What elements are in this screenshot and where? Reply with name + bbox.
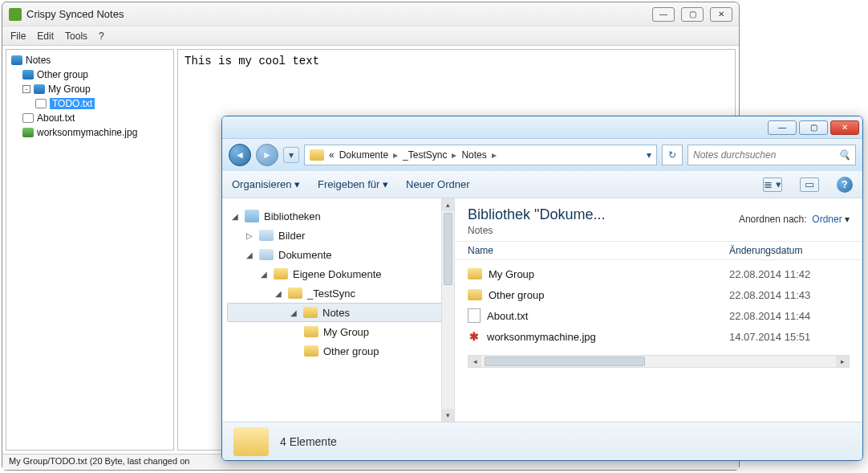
- app-titlebar[interactable]: Crispy Synced Notes — ▢ ✕: [2, 2, 739, 27]
- library-icon: [259, 249, 274, 260]
- chevron-right-icon: ▸: [393, 149, 398, 161]
- new-folder-button[interactable]: Neuer Ordner: [406, 178, 469, 190]
- folder-icon: [468, 268, 482, 279]
- folder-icon: [310, 149, 324, 161]
- breadcrumb-prefix: «: [329, 149, 335, 161]
- nav-pictures[interactable]: ▷Bilder: [227, 226, 449, 245]
- nav-owndocs[interactable]: ◢Eigene Dokumente: [227, 264, 449, 283]
- nav-libraries[interactable]: ◢Bibliotheken: [227, 206, 449, 226]
- tree-scrollbar[interactable]: ▴▾: [441, 198, 454, 422]
- file-list-panel: Bibliothek "Dokume... Notes Anordnen nac…: [455, 198, 862, 422]
- image-icon: [22, 128, 34, 137]
- maximize-button[interactable]: ▢: [681, 7, 704, 22]
- tree-item[interactable]: -My Group: [8, 82, 172, 96]
- folder-icon: [233, 427, 269, 456]
- sort-control[interactable]: Anordnen nach: Ordner ▾: [739, 214, 850, 225]
- folder-icon: [288, 287, 302, 299]
- expand-icon[interactable]: ◢: [232, 212, 240, 221]
- libraries-icon: [245, 210, 259, 222]
- history-dropdown[interactable]: ▾: [283, 147, 299, 163]
- tree-item-selected[interactable]: TODO.txt: [8, 96, 172, 111]
- menubar: File Edit Tools ?: [2, 27, 739, 46]
- column-headers[interactable]: Name Änderungsdatum: [455, 241, 862, 260]
- chevron-right-icon: ▸: [452, 149, 456, 161]
- nav-othergroup[interactable]: Other group: [227, 341, 449, 361]
- file-row[interactable]: About.txt22.08.2014 11:44: [468, 305, 850, 326]
- refresh-button[interactable]: ↻: [662, 145, 683, 165]
- tree-item[interactable]: About.txt: [8, 111, 172, 125]
- expand-icon[interactable]: ◢: [261, 270, 269, 279]
- breadcrumb-segment[interactable]: _TestSync: [403, 149, 447, 161]
- notes-tree[interactable]: Notes Other group -My Group TODO.txt Abo…: [6, 49, 174, 451]
- folder-icon: [11, 55, 22, 65]
- organize-button[interactable]: Organisieren ▾: [232, 178, 300, 190]
- folder-icon: [304, 326, 318, 337]
- dropdown-icon[interactable]: ▾: [647, 149, 651, 161]
- file-row[interactable]: ✱worksonmymachine.jpg14.07.2014 15:51: [468, 326, 850, 347]
- view-options-button[interactable]: ≣ ▾: [763, 177, 782, 192]
- explorer-nav-tree[interactable]: ◢Bibliotheken ▷Bilder ◢Dokumente ◢Eigene…: [222, 198, 455, 422]
- expand-icon[interactable]: ◢: [290, 308, 298, 317]
- help-button[interactable]: ?: [837, 177, 853, 193]
- folder-icon: [34, 84, 45, 94]
- menu-help[interactable]: ?: [99, 31, 104, 42]
- nav-testsync[interactable]: ◢_TestSync: [227, 283, 449, 303]
- search-placeholder: Notes durchsuchen: [693, 149, 776, 161]
- horizontal-scrollbar[interactable]: ◂▸: [468, 355, 850, 368]
- tree-root[interactable]: Notes: [8, 53, 172, 67]
- file-icon: [22, 113, 34, 123]
- library-icon: [259, 230, 274, 241]
- nav-documents[interactable]: ◢Dokumente: [227, 245, 449, 264]
- scroll-down-icon[interactable]: ▾: [442, 409, 454, 422]
- breadcrumb[interactable]: « Dokumente▸ _TestSync▸ Notes▸ ▾: [304, 145, 657, 165]
- share-button[interactable]: Freigeben für ▾: [318, 178, 388, 190]
- tree-item[interactable]: Other group: [8, 67, 172, 82]
- folder-icon: [304, 345, 318, 357]
- minimize-button[interactable]: —: [652, 7, 675, 22]
- chevron-right-icon: ▸: [492, 149, 497, 161]
- minimize-button[interactable]: —: [768, 120, 797, 135]
- menu-tools[interactable]: Tools: [65, 31, 87, 42]
- explorer-titlebar[interactable]: — ▢ ✕: [222, 116, 862, 139]
- file-row[interactable]: Other group22.08.2014 11:43: [468, 284, 850, 305]
- nav-notes-selected[interactable]: ◢Notes: [227, 303, 449, 322]
- search-icon: 🔍: [838, 149, 850, 161]
- breadcrumb-segment[interactable]: Dokumente: [339, 149, 388, 161]
- item-count: 4 Elemente: [280, 435, 337, 448]
- scroll-up-icon[interactable]: ▴: [442, 198, 454, 211]
- expand-icon[interactable]: ◢: [246, 251, 254, 259]
- search-input[interactable]: Notes durchsuchen 🔍: [688, 145, 856, 165]
- scroll-right-icon[interactable]: ▸: [836, 356, 849, 367]
- back-button[interactable]: ◄: [229, 144, 251, 166]
- address-bar: ◄ ► ▾ « Dokumente▸ _TestSync▸ Notes▸ ▾ ↻…: [222, 139, 862, 171]
- folder-icon: [22, 70, 34, 80]
- editor-text: This is my cool text: [185, 55, 319, 67]
- col-name[interactable]: Name: [468, 245, 729, 256]
- folder-icon: [468, 289, 482, 300]
- scroll-left-icon[interactable]: ◂: [468, 356, 481, 367]
- collapse-icon[interactable]: -: [22, 85, 30, 93]
- close-button[interactable]: ✕: [830, 120, 859, 135]
- file-row[interactable]: My Group22.08.2014 11:42: [468, 263, 850, 284]
- tree-item[interactable]: worksonmymachine.jpg: [8, 125, 172, 140]
- menu-file[interactable]: File: [10, 31, 26, 42]
- explorer-window: — ▢ ✕ ◄ ► ▾ « Dokumente▸ _TestSync▸ Note…: [221, 116, 863, 461]
- scroll-thumb[interactable]: [485, 357, 645, 366]
- text-file-icon: [468, 308, 481, 323]
- expand-icon[interactable]: ◢: [275, 289, 283, 298]
- file-icon: [35, 99, 47, 108]
- app-title: Crispy Synced Notes: [26, 8, 652, 20]
- nav-mygroup[interactable]: My Group: [227, 322, 449, 341]
- explorer-statusbar: 4 Elemente: [222, 422, 862, 460]
- forward-button[interactable]: ►: [256, 144, 278, 166]
- breadcrumb-segment[interactable]: Notes: [461, 149, 486, 161]
- jpg-file-icon: ✱: [468, 330, 481, 343]
- menu-edit[interactable]: Edit: [37, 31, 54, 42]
- expand-icon[interactable]: ▷: [246, 231, 254, 240]
- col-date[interactable]: Änderungsdatum: [729, 245, 850, 256]
- maximize-button[interactable]: ▢: [799, 120, 828, 135]
- preview-pane-button[interactable]: ▭: [800, 177, 819, 192]
- close-button[interactable]: ✕: [710, 7, 732, 22]
- status-text: My Group/TODO.txt (20 Byte, last changed…: [9, 456, 189, 466]
- scroll-thumb[interactable]: [444, 213, 452, 285]
